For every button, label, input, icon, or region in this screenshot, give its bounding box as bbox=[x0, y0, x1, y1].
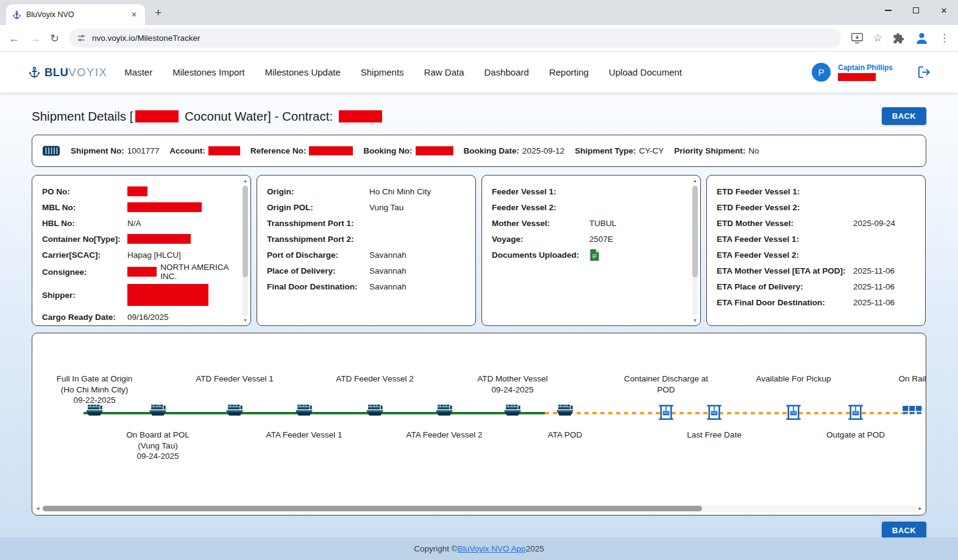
ship-icon bbox=[149, 404, 167, 419]
redacted-value bbox=[416, 146, 453, 155]
anchor-logo-icon bbox=[28, 66, 41, 79]
scroll-left-arrow[interactable]: ◄ bbox=[34, 506, 41, 511]
nav-item-upload-document[interactable]: Upload Document bbox=[609, 67, 682, 77]
row-value-text: 09/16/2025 bbox=[127, 313, 169, 322]
timeline-scrollbar[interactable]: ◄ ► bbox=[34, 504, 924, 513]
row-label: ETD Feeder Vessel 2: bbox=[717, 203, 853, 212]
panel-row: Documents Uploaded: bbox=[492, 247, 690, 263]
browser-menu-icon[interactable]: ⋮ bbox=[939, 32, 949, 44]
logo-text-voyix: VOYIX bbox=[68, 66, 107, 79]
nav-item-milestones-import[interactable]: Milestones Import bbox=[172, 67, 244, 77]
nav-item-reporting[interactable]: Reporting bbox=[549, 67, 589, 77]
close-button[interactable]: ✕ bbox=[930, 0, 958, 21]
document-icon[interactable] bbox=[589, 249, 600, 261]
scroll-down-arrow[interactable]: ▼ bbox=[693, 317, 697, 324]
row-value-text: NORTH AMERICA INC. bbox=[160, 263, 241, 281]
back-button-top[interactable]: BACK bbox=[882, 107, 926, 125]
footer-app-link[interactable]: BluVoyix NVO App bbox=[458, 544, 526, 553]
scroll-up-arrow[interactable]: ▲ bbox=[693, 177, 697, 184]
redacted-value bbox=[208, 146, 240, 155]
row-value-text: Savannah bbox=[369, 266, 406, 275]
bookmark-star-icon[interactable]: ☆ bbox=[873, 32, 882, 44]
panel-row: Place of Delivery:Savannah bbox=[267, 263, 466, 278]
panel-row: ETA Feeder Vessel 1: bbox=[717, 231, 915, 247]
browser-tab-strip: BluVoyix NVO ✕ + ✕ bbox=[0, 0, 958, 25]
copyright-text: Copyright © bbox=[414, 544, 457, 553]
tab-close-icon[interactable]: ✕ bbox=[129, 10, 139, 19]
row-value: Hapag [HLCU] bbox=[127, 250, 181, 260]
row-label: ETA Feeder Vessel 1: bbox=[717, 235, 853, 244]
info-field: Priority Shipment:No bbox=[674, 146, 759, 155]
row-value-text: Savannah bbox=[369, 282, 406, 291]
logout-icon[interactable] bbox=[917, 65, 931, 79]
field-value: CY-CY bbox=[639, 146, 664, 155]
redacted-contract bbox=[339, 110, 382, 122]
row-value bbox=[127, 284, 208, 306]
row-value-text: 2507E bbox=[589, 235, 613, 244]
panel-row: Voyage:2507E bbox=[492, 231, 690, 247]
row-value: 09/16/2025 bbox=[127, 313, 169, 322]
browser-tab[interactable]: BluVoyix NVO ✕ bbox=[6, 4, 145, 25]
detail-panel-3: Feeder Vessel 1:Feeder Vessel 2:Mother V… bbox=[481, 175, 701, 326]
url-field[interactable]: nvo.voyix.io/MilestoneTracker bbox=[69, 29, 841, 48]
tab-favicon-anchor-icon bbox=[12, 10, 21, 19]
panel-row: MBL No: bbox=[42, 199, 241, 215]
panel-row: Port of Discharge:Savannah bbox=[267, 247, 466, 263]
nav-item-dashboard[interactable]: Dashboard bbox=[484, 67, 528, 77]
row-value: 2025-09-24 bbox=[853, 219, 895, 228]
row-value: Savannah bbox=[369, 250, 406, 260]
row-value: Savannah bbox=[369, 282, 406, 291]
row-label: Transshipment Port 1: bbox=[267, 219, 369, 228]
nav-item-shipments[interactable]: Shipments bbox=[361, 67, 404, 77]
app-logo[interactable]: BLUVOYIX bbox=[28, 66, 107, 79]
field-label: Booking Date: bbox=[464, 146, 520, 155]
row-value: N/A bbox=[127, 219, 141, 228]
panel-row: Mother Vessel:TUBUL bbox=[492, 215, 690, 231]
row-value-text: 2025-09-24 bbox=[853, 219, 895, 228]
shipment-info-bar: Shipment No:1001777Account:Reference No:… bbox=[32, 135, 926, 167]
scroll-down-arrow[interactable]: ▼ bbox=[243, 317, 247, 324]
panel-3-scrollbar[interactable]: ▲ ▼ bbox=[691, 177, 699, 324]
milestone-timeline-panel: Full In Gate at Origin(Ho Chi Minh City)… bbox=[32, 333, 926, 516]
browser-back-button[interactable]: ← bbox=[9, 33, 20, 44]
panel-row: ETD Mother Vessel:2025-09-24 bbox=[717, 215, 915, 231]
minimize-button[interactable] bbox=[874, 0, 902, 21]
nav-item-master[interactable]: Master bbox=[124, 67, 152, 77]
row-value-text: N/A bbox=[127, 219, 141, 228]
nav-item-milestones-update[interactable]: Milestones Update bbox=[265, 67, 341, 77]
reload-button[interactable]: ↻ bbox=[50, 33, 59, 44]
maximize-button[interactable] bbox=[902, 0, 930, 21]
install-app-icon[interactable] bbox=[851, 32, 864, 44]
field-label: Shipment No: bbox=[71, 146, 124, 155]
user-avatar[interactable]: P bbox=[812, 63, 831, 82]
scrollbar-thumb[interactable] bbox=[243, 186, 248, 277]
page-title: Shipment Details [ Coconut Water] - Cont… bbox=[32, 109, 385, 124]
site-settings-icon[interactable] bbox=[77, 34, 86, 43]
tab-title: BluVoyix NVO bbox=[26, 10, 124, 19]
row-value: Ho Chi Minh City bbox=[369, 187, 431, 196]
back-button-bottom[interactable]: BACK bbox=[882, 522, 926, 539]
scrollbar-thumb[interactable] bbox=[43, 506, 702, 511]
new-tab-button[interactable]: + bbox=[155, 6, 161, 19]
row-label: Place of Delivery: bbox=[267, 266, 369, 275]
extensions-icon[interactable] bbox=[892, 32, 904, 44]
panel-row: HBL No:N/A bbox=[42, 215, 241, 231]
panel-row: ETA Place of Delivery:2025-11-06 bbox=[717, 278, 915, 294]
window-controls: ✕ bbox=[874, 0, 958, 21]
scroll-up-arrow[interactable]: ▲ bbox=[243, 177, 247, 184]
panel-1-scrollbar[interactable]: ▲ ▼ bbox=[241, 177, 249, 324]
row-label: Origin POL: bbox=[267, 203, 369, 212]
row-value bbox=[589, 249, 600, 261]
browser-profile-icon[interactable] bbox=[914, 30, 929, 46]
browser-forward-button[interactable]: → bbox=[29, 33, 40, 44]
scroll-right-arrow[interactable]: ► bbox=[917, 506, 924, 511]
scrollbar-thumb[interactable] bbox=[692, 186, 698, 277]
nav-item-raw-data[interactable]: Raw Data bbox=[424, 67, 464, 77]
milestone-label: On Rail bbox=[864, 374, 926, 385]
page-footer: Copyright © BluVoyix NVO App 2025 bbox=[0, 537, 958, 560]
ship-icon bbox=[556, 404, 574, 419]
row-label: MBL No: bbox=[42, 203, 127, 212]
page-content: Shipment Details [ Coconut Water] - Cont… bbox=[0, 93, 958, 537]
panel-row: Feeder Vessel 1: bbox=[492, 183, 690, 199]
row-value-text: Vung Tau bbox=[369, 203, 403, 212]
